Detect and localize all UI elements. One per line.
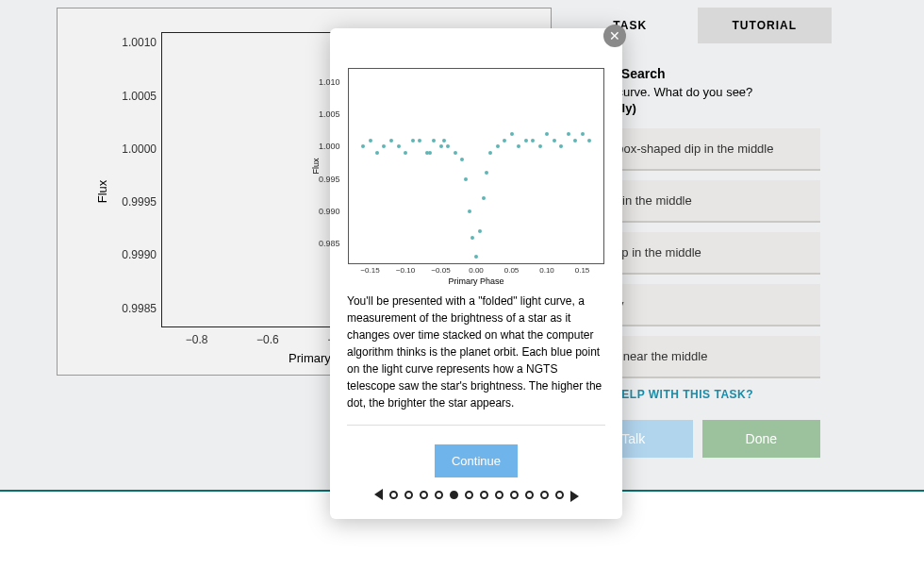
data-point	[428, 151, 432, 155]
data-point	[439, 144, 443, 148]
data-point	[442, 139, 446, 142]
pagination-dot[interactable]	[495, 491, 503, 499]
pagination-dot[interactable]	[450, 491, 458, 499]
prev-arrow-icon[interactable]	[374, 489, 383, 500]
modal-y-label: Flux	[311, 158, 321, 174]
pagination-dot[interactable]	[465, 491, 473, 499]
data-point	[474, 255, 478, 259]
modal-y-tick: 0.990	[319, 207, 340, 216]
done-button[interactable]: Done	[702, 420, 821, 458]
modal-x-tick: 0.05	[504, 266, 520, 275]
data-point	[460, 158, 464, 161]
x-tick: −0.6	[256, 333, 279, 346]
y-tick: 1.0010	[105, 36, 157, 49]
data-point	[485, 171, 488, 175]
data-point	[581, 132, 585, 136]
y-tick: 1.0000	[105, 142, 157, 156]
data-point	[389, 139, 393, 142]
data-point	[454, 151, 457, 155]
data-point	[446, 144, 450, 148]
pagination-dot[interactable]	[540, 491, 549, 499]
modal-x-tick: −0.15	[360, 266, 379, 275]
pagination-dot[interactable]	[480, 491, 488, 499]
y-tick: 0.9990	[105, 248, 157, 261]
continue-button[interactable]: Continue	[435, 444, 518, 477]
data-point	[531, 139, 535, 142]
modal-x-tick: −0.10	[396, 266, 415, 275]
tab-tutorial[interactable]: TUTORIAL	[698, 8, 833, 43]
next-arrow-icon[interactable]	[570, 491, 579, 502]
modal-y-tick: 1.010	[319, 77, 340, 87]
modal-scatter-chart: Flux Primary Phase 1.0101.0051.0000.9950…	[348, 68, 604, 264]
pagination-dot[interactable]	[555, 491, 564, 499]
pagination-dot[interactable]	[389, 491, 398, 499]
data-point	[478, 229, 482, 233]
pagination-dot[interactable]	[525, 491, 534, 499]
data-point	[411, 139, 415, 142]
modal-y-tick: 0.995	[319, 175, 340, 184]
y-tick: 1.0005	[105, 90, 157, 103]
data-point	[545, 132, 549, 136]
data-point	[559, 144, 563, 148]
modal-x-tick: −0.05	[431, 266, 450, 275]
data-point	[573, 139, 577, 142]
data-point	[397, 144, 401, 148]
modal-y-tick: 0.985	[319, 239, 340, 248]
modal-x-tick: 0.15	[575, 266, 590, 275]
pagination-dot[interactable]	[435, 491, 443, 499]
data-point	[517, 144, 520, 148]
y-tick: 0.9995	[105, 195, 157, 209]
x-tick: −0.8	[186, 333, 208, 346]
pagination-dot[interactable]	[420, 491, 428, 499]
data-point	[553, 139, 556, 142]
data-point	[375, 151, 379, 155]
data-point	[496, 144, 500, 148]
data-point	[382, 144, 386, 148]
data-point	[538, 144, 542, 148]
close-icon[interactable]: ✕	[603, 25, 626, 47]
data-point	[488, 151, 492, 155]
tutorial-modal: ✕ Flux Primary Phase 1.0101.0051.0000.99…	[330, 28, 622, 519]
tutorial-text: You'll be presented with a "folded" ligh…	[347, 293, 605, 426]
data-point	[524, 139, 528, 142]
data-point	[482, 196, 486, 200]
data-point	[369, 139, 372, 142]
modal-y-tick: 1.005	[319, 109, 340, 119]
data-point	[468, 209, 471, 213]
data-point	[470, 236, 474, 240]
pagination-dot[interactable]	[510, 491, 519, 499]
data-point	[567, 132, 570, 136]
pagination	[347, 487, 605, 502]
modal-x-tick: 0.00	[469, 266, 484, 275]
data-point	[464, 177, 468, 181]
y-tick: 0.9985	[105, 302, 157, 315]
data-point	[361, 144, 365, 148]
data-point	[587, 139, 591, 142]
data-point	[432, 139, 436, 142]
modal-x-label: Primary Phase	[448, 276, 503, 286]
data-point	[503, 139, 506, 142]
modal-y-tick: 1.000	[319, 142, 340, 151]
data-point	[510, 132, 514, 136]
pagination-dot[interactable]	[404, 491, 413, 499]
modal-x-tick: 0.10	[539, 266, 554, 275]
data-point	[404, 151, 407, 155]
data-point	[418, 139, 421, 142]
